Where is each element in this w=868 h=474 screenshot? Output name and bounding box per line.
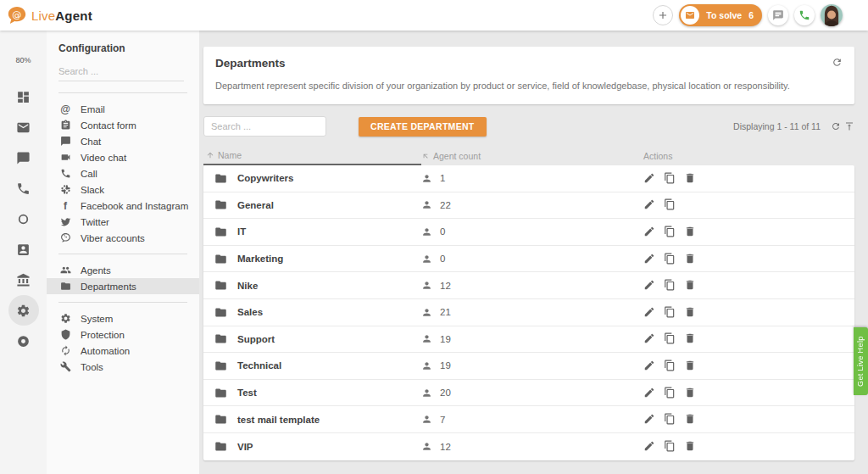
edit-button[interactable] <box>643 306 656 319</box>
sidebar-item-call[interactable]: Call <box>47 165 199 181</box>
column-header-name[interactable]: Name <box>203 147 421 165</box>
delete-button[interactable] <box>684 360 697 372</box>
call-button[interactable] <box>794 5 815 25</box>
edit-button[interactable] <box>643 198 656 211</box>
rail-gamification-icon[interactable] <box>8 326 39 356</box>
refresh-button[interactable] <box>832 57 843 68</box>
delete-button[interactable] <box>684 279 697 292</box>
department-name: Support <box>237 334 275 344</box>
delete-button[interactable] <box>684 306 697 319</box>
messages-button[interactable] <box>768 5 788 25</box>
rail-customers-icon[interactable] <box>8 234 39 265</box>
rail-chats-icon[interactable] <box>8 142 39 173</box>
sort-icon <box>420 150 431 162</box>
agent-count-cell: 19 <box>421 333 643 344</box>
table-row[interactable]: General22 <box>203 192 854 220</box>
table-search-input[interactable] <box>203 116 326 137</box>
copy-button[interactable] <box>664 387 676 399</box>
sidebar-item-facebook-and-instagram[interactable]: fFacebook and Instagram <box>47 198 199 214</box>
delete-button[interactable] <box>684 253 697 265</box>
copy-button[interactable] <box>664 253 676 265</box>
table-row[interactable]: Copywriters1 <box>203 165 854 192</box>
delete-icon <box>684 226 696 237</box>
config-search-input[interactable] <box>58 63 184 81</box>
delete-button[interactable] <box>684 413 697 426</box>
rail-configuration-icon[interactable] <box>8 295 39 326</box>
sidebar-item-twitter[interactable]: Twitter <box>47 214 199 230</box>
sidebar-item-slack[interactable]: Slack <box>47 181 199 198</box>
table-row[interactable]: IT0 <box>203 219 854 246</box>
sidebar-item-tools[interactable]: Tools <box>47 359 199 375</box>
edit-button[interactable] <box>643 253 656 265</box>
column-header-agent-count[interactable]: Agent count <box>421 151 643 161</box>
get-live-help-tab[interactable]: Get Live Help <box>854 327 868 395</box>
copy-button[interactable] <box>664 413 676 426</box>
rail-dashboard-icon[interactable] <box>8 81 39 112</box>
call-icon <box>59 168 71 180</box>
rail-calls-icon[interactable] <box>8 173 39 204</box>
sidebar-item-chat[interactable]: Chat <box>47 133 199 149</box>
sidebar-item-contact-form[interactable]: Contact form <box>47 117 199 133</box>
copy-button[interactable] <box>664 279 676 292</box>
copy-button[interactable] <box>664 332 676 345</box>
sidebar-item-automation[interactable]: Automation <box>47 343 199 359</box>
sidebar-item-email[interactable]: @Email <box>47 101 199 117</box>
sidebar-item-departments[interactable]: Departments <box>47 278 199 294</box>
actions-cell <box>643 226 854 238</box>
copy-button[interactable] <box>664 440 676 453</box>
agent-count-cell: 22 <box>421 199 643 210</box>
liveagent-logo[interactable]: @ LiveAgent <box>7 5 92 25</box>
rail-academy-icon[interactable] <box>8 265 39 295</box>
scroll-top-button[interactable] <box>844 121 854 131</box>
to-solve-button[interactable]: To solve 6 <box>679 4 762 26</box>
delete-button[interactable] <box>684 172 697 185</box>
sidebar-item-video-chat[interactable]: Video chat <box>47 149 199 165</box>
edit-button[interactable] <box>643 360 656 372</box>
department-name-cell: Marketing <box>203 253 421 265</box>
table-row[interactable]: Test20 <box>203 380 854 407</box>
rail-tickets-icon[interactable] <box>8 112 39 142</box>
delete-icon <box>684 413 696 425</box>
edit-button[interactable] <box>643 226 656 238</box>
edit-button[interactable] <box>643 172 656 185</box>
copy-icon <box>664 279 676 291</box>
agent-count-cell: 19 <box>421 360 643 371</box>
department-name: test mail template <box>237 415 320 425</box>
create-department-button[interactable]: CREATE DEPARTMENT <box>359 117 487 137</box>
sidebar-item-agents[interactable]: Agents <box>47 262 199 278</box>
add-new-button[interactable] <box>653 5 673 25</box>
edit-button[interactable] <box>643 440 656 453</box>
edit-button[interactable] <box>643 413 656 426</box>
sort-asc-icon <box>206 151 214 159</box>
table-row[interactable]: VIP12 <box>203 433 854 460</box>
viber-icon <box>59 232 71 244</box>
rail-ring-icon[interactable] <box>8 204 39 234</box>
edit-button[interactable] <box>643 387 656 399</box>
folder-icon <box>214 226 227 238</box>
copy-button[interactable] <box>664 226 676 238</box>
table-row[interactable]: Support19 <box>203 326 854 354</box>
department-name-cell: Sales <box>203 306 421 319</box>
delete-button[interactable] <box>684 440 697 453</box>
sidebar-item-viber-accounts[interactable]: Viber accounts <box>47 230 199 246</box>
table-row[interactable]: Nike12 <box>203 272 854 299</box>
user-avatar[interactable] <box>821 4 843 26</box>
delete-button[interactable] <box>684 387 697 399</box>
edit-button[interactable] <box>643 332 656 345</box>
copy-button[interactable] <box>664 198 676 211</box>
copy-button[interactable] <box>664 360 676 372</box>
table-row[interactable]: Sales21 <box>203 299 854 326</box>
table-row[interactable]: Marketing0 <box>203 246 854 273</box>
reload-list-button[interactable] <box>831 121 841 131</box>
sidebar-item-protection[interactable]: Protection <box>47 326 199 343</box>
copy-button[interactable] <box>664 172 676 185</box>
copy-button[interactable] <box>664 306 676 319</box>
sidebar-item-label: Departments <box>81 282 136 292</box>
table-row[interactable]: test mail template7 <box>203 406 854 433</box>
edit-button[interactable] <box>643 279 656 292</box>
delete-button[interactable] <box>684 332 697 345</box>
sidebar-item-system[interactable]: System <box>47 310 199 326</box>
delete-button[interactable] <box>684 226 697 238</box>
main-content: Departments Department represent specifi… <box>199 31 868 474</box>
table-row[interactable]: Technical19 <box>203 353 854 380</box>
